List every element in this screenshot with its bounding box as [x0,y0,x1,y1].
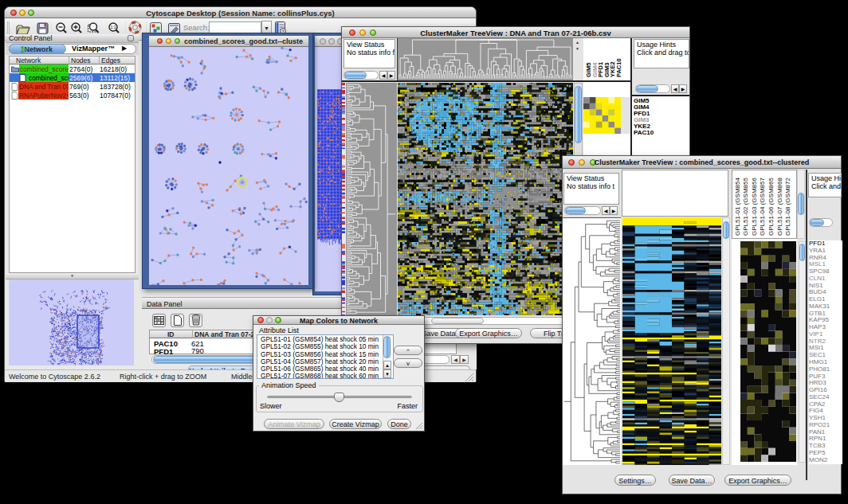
svg-text:GPL51-07 (GSM868: GPL51-07 (GSM868 [776,178,783,236]
svg-text:1:1: 1:1 [111,25,116,29]
svg-text:GPL51-01 (GSM854: GPL51-01 (GSM854 [734,178,741,236]
svg-text:GPL51-06 (GSM865: GPL51-06 (GSM865 [768,178,775,236]
svg-text:PAC10: PAC10 [615,58,622,77]
svg-text:GPL51-04 (GSM857: GPL51-04 (GSM857 [759,178,766,236]
svg-text:GPL51-08 (GSM872: GPL51-08 (GSM872 [784,178,791,236]
svg-text:GPL51-03 (GSM856: GPL51-03 (GSM856 [751,178,758,236]
svg-text:GPL51-02 (GSM855: GPL51-02 (GSM855 [742,178,749,236]
